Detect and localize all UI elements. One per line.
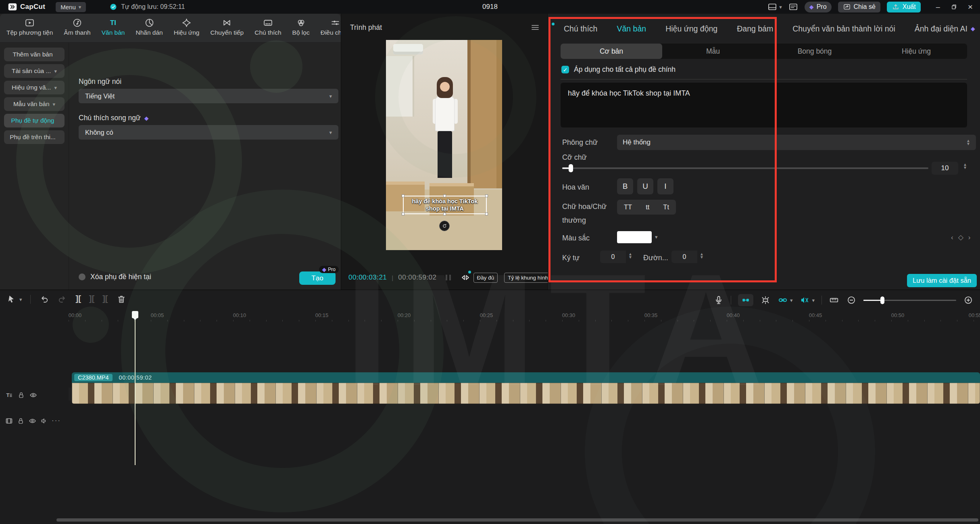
slider-handle[interactable] [569, 164, 573, 172]
delete-right-button[interactable]: ][ [102, 294, 108, 305]
clear-captions-checkbox[interactable] [79, 273, 85, 280]
video-preview[interactable]: hãy để khóa học TikTok shop tại IMTA [386, 40, 502, 250]
panel-tab[interactable]: Văn bản [617, 24, 649, 33]
bilingual-captions-select[interactable]: Không có ▾ [79, 125, 338, 140]
sidebar-item[interactable]: Mẫu văn bản ▾ [4, 97, 65, 111]
zoom-in-button[interactable] [963, 295, 974, 305]
apply-all-checkbox[interactable]: ✓ [561, 66, 569, 73]
time-ruler[interactable]: 00:00 00:05 00:10 00:15 00:20 00:25 00:3… [69, 311, 980, 321]
audio-preview-button[interactable]: ▾ [799, 295, 815, 305]
lock-icon[interactable] [17, 417, 25, 425]
full-screen-mode-button[interactable]: Đầy đủ [473, 273, 498, 283]
zoom-out-button[interactable] [846, 295, 857, 305]
case-button[interactable]: Tt [663, 203, 669, 211]
lock-icon[interactable] [17, 391, 25, 399]
notes-button[interactable] [788, 2, 798, 12]
chevron-down-icon[interactable]: ▾ [655, 234, 658, 240]
font-select[interactable]: Hệ thống ▲▼ [617, 135, 976, 150]
spacing-stepper[interactable]: ▲▼ [628, 253, 632, 259]
style-button[interactable]: U [637, 178, 653, 194]
create-captions-button[interactable]: Tạo ◆Pro [299, 271, 336, 285]
auto-cut-button[interactable] [760, 295, 771, 305]
toolbar-item[interactable]: Tệp phương tiện [6, 18, 53, 36]
style-button[interactable]: I [657, 178, 673, 194]
panel-tab[interactable]: Đang bám [737, 24, 776, 33]
text-color-swatch[interactable] [617, 231, 652, 243]
horizontal-scrollbar[interactable] [56, 518, 978, 522]
toolbar-item[interactable]: Bộ lọc [292, 18, 310, 36]
link-clips-button[interactable]: ▾ [778, 295, 793, 305]
panel-subtab[interactable]: Bong bóng [764, 44, 865, 59]
select-tool-button[interactable]: ▾ [6, 294, 22, 305]
panel-subtab[interactable]: Mẫu [662, 44, 764, 59]
layout-button[interactable]: ▾ [767, 2, 782, 12]
apply-all-row[interactable]: ✓ Áp dụng cho tất cả phụ đề chính [561, 65, 676, 74]
save-preset-button[interactable]: Lưu làm cài đặt sẵn [907, 274, 977, 287]
panel-tab[interactable]: Chuyển văn bản thành lời nói [792, 24, 899, 33]
case-button[interactable]: TT [624, 203, 632, 211]
panel-subtab[interactable]: Hiệu ứng [865, 44, 967, 59]
stroke-input[interactable]: 0 [671, 251, 697, 263]
keyframe-prev-button[interactable]: ‹ [951, 234, 953, 242]
eye-icon[interactable] [28, 417, 37, 425]
close-button[interactable]: × [968, 2, 973, 12]
maximize-button[interactable] [951, 4, 957, 10]
magnetic-snap-button[interactable] [738, 294, 753, 306]
more-options-icon[interactable]: ··· [52, 417, 61, 425]
case-button[interactable]: tt [646, 203, 649, 211]
toolbar-item[interactable]: Chú thích [254, 18, 281, 36]
video-track-clip[interactable]: C2380.MP4 00:00:59:02 [72, 372, 980, 404]
eye-icon[interactable] [29, 391, 38, 399]
player-menu-icon[interactable] [530, 23, 540, 32]
slider-handle[interactable] [880, 296, 884, 304]
redo-button[interactable] [57, 294, 68, 305]
sidebar-item[interactable]: Phụ đề tự động [4, 114, 65, 127]
timeline-scale-button[interactable] [829, 295, 839, 305]
font-size-slider[interactable] [562, 167, 928, 169]
panel-tab[interactable]: Chú thích [564, 24, 601, 33]
delete-button[interactable] [116, 294, 127, 305]
playhead[interactable] [135, 311, 136, 465]
subtitle-overlay-line1: hãy để khóa học TikTok [412, 198, 477, 205]
aspect-ratio-button[interactable]: Tỷ lệ khung hình [504, 273, 552, 283]
stroke-stepper[interactable]: ▲▼ [700, 253, 704, 259]
keyframe-diamond-icon[interactable]: ◇ [958, 233, 963, 242]
speaker-icon[interactable] [40, 417, 48, 425]
voiceover-mic-button[interactable] [713, 295, 724, 305]
spoken-language-select[interactable]: Tiếng Việt ▾ [79, 89, 338, 103]
keyframe-next-button[interactable]: › [968, 234, 971, 242]
panel-subtab[interactable]: Cơ bản [561, 44, 662, 59]
share-button[interactable]: Chia sẻ [838, 2, 880, 13]
undo-button[interactable] [39, 294, 49, 305]
spacing-input[interactable]: 0 [600, 251, 626, 263]
subtitle-selection-box[interactable]: hãy để khóa học TikTok shop tại IMTA [403, 196, 487, 214]
toolbar-item[interactable]: Âm thanh [64, 18, 90, 36]
delete-left-button[interactable]: ][ [89, 294, 94, 305]
split-button[interactable]: ][ [76, 294, 81, 305]
playhead-handle[interactable] [132, 311, 138, 318]
caption-text-input[interactable]: hãy để khóa học TikTok shop tại IMTA [561, 83, 967, 127]
sidebar-item[interactable]: Phụ đề trên thi... [4, 130, 65, 144]
toolbar-item[interactable]: TI Văn bản [102, 18, 125, 36]
pro-badge[interactable]: ◆Pro [805, 2, 832, 13]
toolbar-item[interactable]: Chuyển tiếp [211, 18, 244, 36]
timeline-zoom-slider[interactable] [863, 300, 956, 301]
mirror-preview-button[interactable] [461, 273, 470, 282]
sidebar-item[interactable]: Hiệu ứng vă... ▾ [4, 81, 65, 94]
sidebar-item[interactable]: Tài sản của ... ▾ [4, 64, 65, 78]
font-size-stepper[interactable]: ▲▼ [963, 163, 967, 169]
video-filmstrip[interactable] [72, 383, 980, 404]
style-button[interactable]: B [617, 178, 633, 194]
font-size-value[interactable]: 10 [932, 162, 958, 175]
minimize-button[interactable]: – [936, 3, 940, 11]
toolbar-item[interactable]: Nhãn dán [136, 18, 163, 36]
toolbar-item[interactable]: Hiệu ứng [174, 18, 200, 36]
sidebar-item[interactable]: Thêm văn bản [4, 48, 65, 61]
panel-tab[interactable]: Ảnh đại diện AI ◆ [915, 24, 975, 33]
panel-tab[interactable]: Hiệu ứng động [665, 24, 721, 33]
menu-button[interactable]: Menu▾ [56, 2, 86, 12]
stepper-icon[interactable]: ▲▼ [966, 139, 970, 146]
export-button[interactable]: Xuất [887, 2, 921, 13]
playback-controls[interactable] [446, 275, 451, 280]
rotate-handle[interactable] [439, 221, 450, 231]
